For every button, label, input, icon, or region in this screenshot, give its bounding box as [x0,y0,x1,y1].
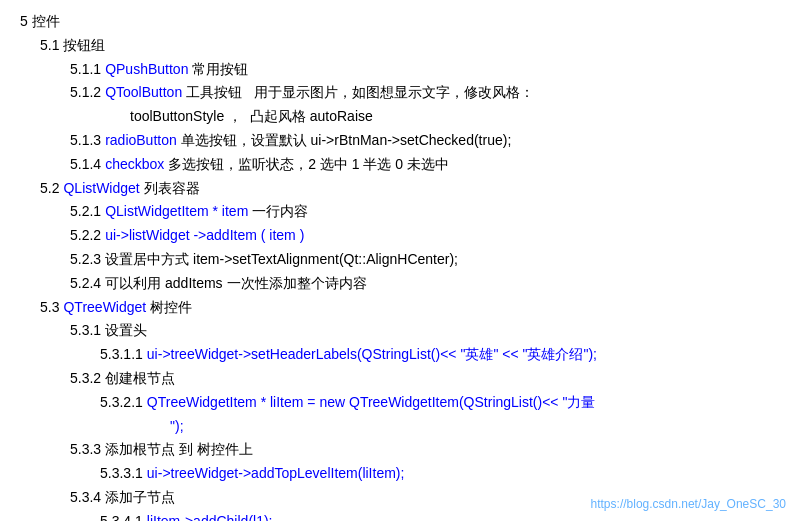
line-5: 5 控件 [20,10,776,34]
num-5-3-4-1: 5.3.4.1 [100,510,143,521]
num-5-1-3: 5.1.3 [70,129,101,153]
text-5-3-4: 添加子节点 [105,486,175,510]
text-5-2-3: 设置居中方式 item->setTextAlignment(Qt::AlignH… [105,248,458,272]
text-5-1-1: 常用按钮 [188,58,248,82]
num-5-2-4: 5.2.4 [70,272,101,296]
num-5-1-4: 5.1.4 [70,153,101,177]
line-5-1-2-cont: toolButtonStyle ， 凸起风格 autoRaise [20,105,776,129]
code-5-3-4-1: liItem->addChild(l1); [147,510,273,521]
num-5-3-2-1: 5.3.2.1 [100,391,143,415]
num-5: 5 [20,10,28,34]
text-5-3-3: 添加根节点 到 树控件上 [105,438,253,462]
num-5-2: 5.2 [40,177,59,201]
line-5-1-4: 5.1.4 checkbox 多选按钮，监听状态，2 选中 1 半选 0 未选中 [20,153,776,177]
code-5-3-3-1: ui->treeWidget->addTopLevelItem(liItem); [147,462,405,486]
num-5-3-1: 5.3.1 [70,319,101,343]
label-5-1: 按钮组 [63,34,105,58]
text-5-1-3: 单选按钮，设置默认 ui->rBtnMan->setChecked(true); [177,129,512,153]
label-5-2-1: QListWidgetItem * item [105,200,248,224]
line-5-1: 5.1 按钮组 [20,34,776,58]
code-5-3-2-1-cont: "); [170,415,184,439]
main-content: 5 控件 5.1 按钮组 5.1.1 QPushButton 常用按钮 5.1.… [20,10,776,521]
code-5-3-1-1: ui->treeWidget->setHeaderLabels(QStringL… [147,343,597,367]
num-5-1-1: 5.1.1 [70,58,101,82]
line-5-3-3: 5.3.3 添加根节点 到 树控件上 [20,438,776,462]
code-5-3-2-1: QTreeWidgetItem * liItem = new QTreeWidg… [147,391,596,415]
line-5-2: 5.2 QListWidget 列表容器 [20,177,776,201]
line-5-3-4-1: 5.3.4.1 liItem->addChild(l1); [20,510,776,521]
num-5-3-1-1: 5.3.1.1 [100,343,143,367]
label-5: 控件 [32,10,60,34]
line-5-1-2: 5.1.2 QToolButton 工具按钮 用于显示图片，如图想显示文字，修改… [20,81,776,105]
label-5-1-3: radioButton [105,129,177,153]
text-5-1-2: 工具按钮 用于显示图片，如图想显示文字，修改风格： [182,81,534,105]
line-5-2-4: 5.2.4 可以利用 addItems 一次性添加整个诗内容 [20,272,776,296]
line-5-3-1: 5.3.1 设置头 [20,319,776,343]
text-5-3-1: 设置头 [105,319,147,343]
num-5-2-3: 5.2.3 [70,248,101,272]
text-5-3: 树控件 [146,296,192,320]
num-5-2-1: 5.2.1 [70,200,101,224]
text-5-3-2: 创建根节点 [105,367,175,391]
num-5-3: 5.3 [40,296,59,320]
label-5-2-2: ui->listWidget ->addItem ( item ) [105,224,304,248]
num-5-3-2: 5.3.2 [70,367,101,391]
line-5-3: 5.3 QTreeWidget 树控件 [20,296,776,320]
line-5-1-3: 5.1.3 radioButton 单选按钮，设置默认 ui->rBtnMan-… [20,129,776,153]
line-5-3-3-1: 5.3.3.1 ui->treeWidget->addTopLevelItem(… [20,462,776,486]
num-5-3-3-1: 5.3.3.1 [100,462,143,486]
line-5-3-1-1: 5.3.1.1 ui->treeWidget->setHeaderLabels(… [20,343,776,367]
num-5-3-4: 5.3.4 [70,486,101,510]
num-5-2-2: 5.2.2 [70,224,101,248]
label-5-1-4: checkbox [105,153,164,177]
text-5-2: 列表容器 [140,177,200,201]
num-5-1-2: 5.1.2 [70,81,101,105]
text-5-2-1: 一行内容 [248,200,308,224]
line-5-1-1: 5.1.1 QPushButton 常用按钮 [20,58,776,82]
watermark: https://blog.csdn.net/Jay_OneSC_30 [591,497,786,511]
line-5-2-1: 5.2.1 QListWidgetItem * item 一行内容 [20,200,776,224]
label-5-3: QTreeWidget [63,296,146,320]
label-5-1-2: QToolButton [105,81,182,105]
text-5-2-4: 可以利用 addItems 一次性添加整个诗内容 [105,272,366,296]
label-5-2: QListWidget [63,177,139,201]
line-5-3-2-1-cont: "); [20,415,776,439]
num-5-3-3: 5.3.3 [70,438,101,462]
line-5-2-3: 5.2.3 设置居中方式 item->setTextAlignment(Qt::… [20,248,776,272]
label-5-1-1: QPushButton [105,58,188,82]
num-5-1: 5.1 [40,34,59,58]
line-5-2-2: 5.2.2 ui->listWidget ->addItem ( item ) [20,224,776,248]
text-5-1-4: 多选按钮，监听状态，2 选中 1 半选 0 未选中 [164,153,449,177]
text-5-1-2-cont: toolButtonStyle ， 凸起风格 autoRaise [130,105,373,129]
line-5-3-2: 5.3.2 创建根节点 [20,367,776,391]
line-5-3-2-1: 5.3.2.1 QTreeWidgetItem * liItem = new Q… [20,391,776,415]
